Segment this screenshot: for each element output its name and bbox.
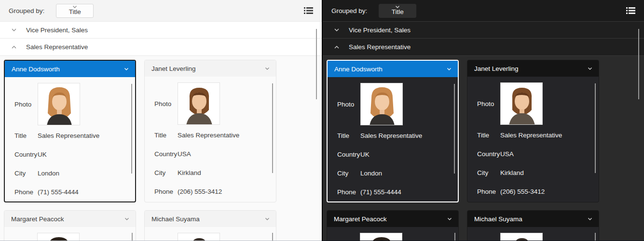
employee-card-margaret-peacock[interactable]: Margaret Peacock [4, 210, 136, 241]
card-header[interactable]: Michael Suyama [145, 211, 276, 227]
panel-scrollbar[interactable] [316, 29, 317, 99]
card-body: Photo Ti [145, 77, 276, 201]
card-title: Anne Dodsworth [334, 66, 383, 73]
chevron-down-icon[interactable] [587, 216, 593, 222]
chevron-down-icon[interactable] [264, 216, 270, 222]
card-header[interactable]: Michael Suyama [467, 211, 599, 227]
card-scrollbar[interactable] [454, 233, 455, 241]
card-view-panel-dark: Grouped by: Title Vice President, Sales [322, 0, 644, 241]
card-scrollbar[interactable] [595, 83, 596, 173]
group-label: Sales Representative [349, 43, 411, 51]
card-header[interactable]: Janet Leverling [145, 60, 276, 77]
employee-card-anne-dodsworth[interactable]: Anne Dodsworth Photo [4, 60, 136, 202]
field-label-country: Country [5, 151, 38, 158]
field-value-phone: (71) 555-4444 [38, 188, 79, 196]
employee-card-anne-dodsworth[interactable]: Anne Dodsworth Photo [327, 60, 459, 202]
card-title: Margaret Peacock [11, 215, 64, 223]
card-title: Anne Dodsworth [12, 66, 60, 73]
group-label: Vice President, Sales [349, 27, 411, 34]
portrait-photo-michael [500, 233, 543, 241]
chevron-down-icon[interactable] [124, 216, 130, 222]
portrait-photo-janet [178, 82, 220, 125]
chevron-up-icon [333, 44, 340, 51]
card-body [467, 227, 599, 241]
list-view-icon[interactable] [304, 7, 313, 14]
employee-card-michael-suyama[interactable]: Michael Suyama [467, 210, 599, 241]
field-value-country: UK [360, 151, 370, 158]
field-value-city: Kirkland [500, 169, 524, 176]
field-label-phone: Phone [467, 188, 500, 195]
card-grid: Anne Dodsworth Photo [323, 56, 644, 241]
employee-card-janet-leverling[interactable]: Janet Leverling Photo [144, 60, 276, 202]
card-title: Janet Leverling [151, 65, 196, 72]
field-label-phone: Phone [145, 188, 178, 195]
theme-comparison-stage: Grouped by: Title Vice President, Sales [0, 0, 644, 241]
card-header[interactable]: Margaret Peacock [327, 211, 458, 227]
card-header[interactable]: Margaret Peacock [4, 211, 136, 227]
chevron-down-icon[interactable] [123, 66, 129, 72]
portrait-photo-janet [500, 82, 543, 125]
group-row-vice-president[interactable]: Vice President, Sales [0, 21, 322, 39]
card-header[interactable]: Anne Dodsworth [328, 61, 458, 77]
chevron-down-icon [333, 27, 340, 33]
field-value-phone: (206) 555-3412 [178, 188, 222, 195]
group-field-dropdown[interactable]: Title [379, 4, 416, 18]
field-value-city: London [38, 170, 59, 177]
chevron-down-icon[interactable] [447, 216, 452, 222]
group-label: Sales Representative [26, 43, 88, 51]
field-value-city: Kirkland [178, 169, 201, 176]
card-scrollbar[interactable] [454, 84, 455, 174]
field-value-phone: (206) 555-3412 [500, 188, 545, 195]
card-header[interactable]: Janet Leverling [467, 60, 599, 77]
employee-card-margaret-peacock[interactable]: Margaret Peacock [327, 210, 459, 241]
group-row-sales-representative[interactable]: Sales Representative [0, 39, 322, 56]
card-header[interactable]: Anne Dodsworth [5, 61, 135, 77]
group-row-vice-president[interactable]: Vice President, Sales [323, 21, 644, 39]
chevron-down-icon[interactable] [587, 66, 593, 71]
card-scrollbar[interactable] [272, 233, 273, 241]
employee-card-michael-suyama[interactable]: Michael Suyama [144, 210, 276, 241]
portrait-photo-michael [178, 233, 220, 241]
field-value-title: Sales Representative [178, 132, 239, 139]
card-scrollbar[interactable] [131, 84, 132, 174]
group-label: Vice President, Sales [26, 27, 88, 34]
chevron-down-icon[interactable] [264, 66, 270, 71]
group-field-dropdown[interactable]: Title [56, 4, 94, 18]
toolbar: Grouped by: Title [0, 0, 322, 21]
chevron-up-icon [11, 44, 17, 51]
portrait-photo-anne [38, 83, 80, 125]
field-value-title: Sales Representative [360, 132, 422, 139]
field-label-city: City [467, 169, 500, 176]
panel-scrollbar[interactable] [638, 29, 639, 99]
card-body [145, 227, 276, 241]
card-body: Photo Ti [5, 77, 135, 201]
card-title: Margaret Peacock [334, 215, 387, 223]
employee-card-janet-leverling[interactable]: Janet Leverling Photo [467, 60, 599, 202]
field-label-photo: Photo [467, 100, 500, 107]
field-value-city: London [360, 170, 382, 177]
grouped-by-label: Grouped by: [9, 7, 44, 14]
list-view-icon[interactable] [626, 7, 635, 14]
portrait-photo-margaret [360, 233, 402, 241]
field-label-photo: Photo [328, 101, 360, 108]
card-grid: Anne Dodsworth Photo [0, 56, 322, 241]
field-value-country: USA [178, 150, 191, 158]
field-label-photo: Photo [145, 100, 178, 107]
group-row-sales-representative[interactable]: Sales Representative [323, 39, 644, 56]
field-label-country: Country [328, 151, 360, 158]
card-title: Michael Suyama [151, 215, 200, 223]
card-body [4, 227, 136, 241]
field-value-country: UK [38, 151, 47, 158]
field-label-phone: Phone [328, 188, 360, 196]
card-scrollbar[interactable] [272, 83, 273, 173]
field-label-photo: Photo [5, 101, 38, 108]
field-label-city: City [145, 169, 178, 176]
card-scrollbar[interactable] [595, 233, 596, 241]
field-label-country: Country [145, 150, 178, 158]
chevron-down-icon[interactable] [446, 66, 452, 72]
card-scrollbar[interactable] [132, 233, 133, 241]
chevron-down-icon [72, 4, 78, 10]
card-body: Photo Ti [467, 77, 599, 201]
card-body [327, 227, 458, 241]
field-label-title: Title [5, 132, 38, 139]
